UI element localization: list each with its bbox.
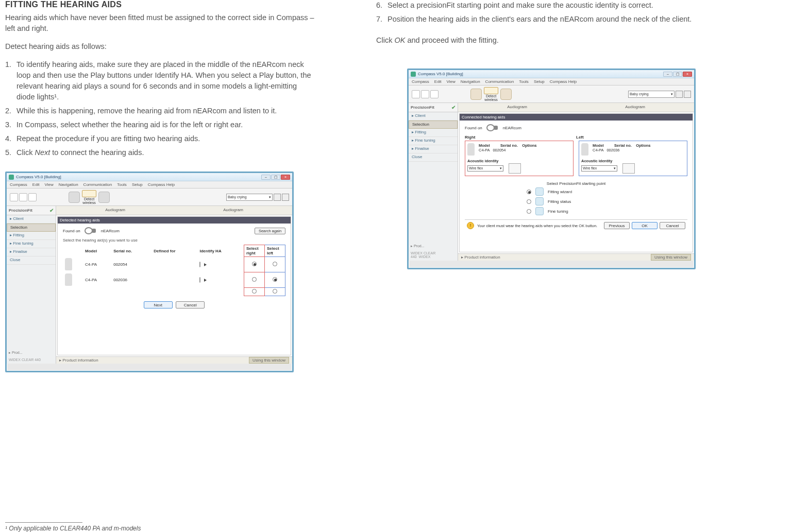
- sidebar-item-finetuning[interactable]: ▸ Fine tuning: [409, 137, 458, 145]
- menu-communication[interactable]: Communication: [485, 79, 514, 84]
- sidebar-item-client[interactable]: ▸ Client: [409, 112, 458, 121]
- play-button[interactable]: [199, 262, 200, 267]
- sidebar-item-finalise[interactable]: ▸ Finalise: [409, 145, 458, 153]
- cancel-button[interactable]: Cancel: [660, 222, 685, 229]
- menu-navigation[interactable]: Navigation: [461, 79, 480, 84]
- col-identify: Identify HA: [197, 245, 244, 257]
- radio-fitting-status[interactable]: [527, 199, 531, 204]
- close-button[interactable]: ×: [281, 175, 290, 180]
- toolbar-btn-1[interactable]: [412, 90, 420, 98]
- detect-button[interactable]: [82, 190, 96, 197]
- hearing-aid-table: Model Serial no. Defined for Identify HA…: [63, 245, 285, 296]
- cancel-button[interactable]: Cancel: [176, 301, 205, 308]
- sidebar-item-finalise[interactable]: ▸ Finalise: [7, 248, 56, 256]
- screenshot-detected-hearing-aids: Compass V5.0 [Building] – ▢ × Compass Ed…: [5, 171, 294, 372]
- sidebar-2: PrecisionFit✔ ▸ Client Selection ▸ Fitti…: [409, 103, 458, 261]
- ok-button[interactable]: OK: [632, 222, 658, 229]
- sidebar-item-fitting[interactable]: ▸ Fitting: [7, 232, 56, 240]
- audiogram-header: AudiogramAudiogram: [56, 206, 292, 215]
- menu-navigation[interactable]: Navigation: [59, 182, 78, 187]
- play-button[interactable]: [199, 277, 200, 283]
- toolbar-btn-3[interactable]: [430, 90, 439, 98]
- connected-panel: Connected hearing aids Found on nEARcom …: [459, 113, 693, 252]
- sidebar-item-finetuning[interactable]: ▸ Fine tuning: [7, 240, 56, 248]
- step-7: Position the hearing aids in the client'…: [376, 14, 737, 25]
- previous-button[interactable]: Previous: [604, 222, 630, 229]
- ear-icon-left-disabled: [69, 192, 80, 203]
- nearcom-label: nEARcom: [101, 229, 120, 233]
- maximize-button[interactable]: ▢: [673, 72, 682, 77]
- hearing-aid-icon: [65, 273, 72, 286]
- status-icon: [535, 197, 544, 205]
- step-6: Select a precisionFit starting point and…: [376, 0, 737, 11]
- menu-edit[interactable]: Edit: [32, 182, 40, 187]
- menu-tools[interactable]: Tools: [519, 79, 529, 84]
- svg-point-0: [85, 228, 92, 234]
- radio-left-none[interactable]: [273, 289, 277, 294]
- radio-fine-tuning[interactable]: [527, 209, 531, 214]
- prod-expander[interactable]: ▸ Prod...: [7, 350, 56, 356]
- using-window-button[interactable]: Using this window: [651, 254, 691, 261]
- radio-right-none[interactable]: [252, 289, 257, 294]
- close-button[interactable]: ×: [683, 72, 692, 77]
- sound-play-button[interactable]: [676, 91, 683, 98]
- radio-fitting-wizard[interactable]: [527, 190, 531, 194]
- menu-help[interactable]: Compass Help: [148, 182, 175, 187]
- product-info-expander[interactable]: ▸ Product information: [59, 358, 98, 363]
- menu-compass[interactable]: Compass: [412, 79, 429, 84]
- toolbar-2: Detect wireless Baby crying▾: [409, 85, 694, 103]
- next-button[interactable]: Next: [144, 301, 173, 308]
- sidebar-item-selection[interactable]: Selection: [409, 121, 458, 129]
- minimize-button[interactable]: –: [261, 175, 271, 180]
- sound-stop-button[interactable]: [684, 91, 691, 98]
- starting-point-label: Select PrecisionFit starting point: [465, 181, 687, 186]
- app-icon: [411, 72, 416, 77]
- sidebar-item-fitting[interactable]: ▸ Fitting: [409, 129, 458, 137]
- menu-help[interactable]: Compass Help: [550, 79, 577, 84]
- check-icon: ✔: [49, 208, 54, 213]
- acoustic-identity-combo-right[interactable]: Wire flex▾: [467, 165, 503, 171]
- sound-stop-button[interactable]: [282, 194, 289, 201]
- menu-setup[interactable]: Setup: [534, 79, 545, 84]
- radio-left-row2[interactable]: [273, 277, 277, 282]
- radio-left-row1[interactable]: [273, 262, 277, 266]
- radio-right-row2[interactable]: [252, 277, 257, 282]
- acoustic-identity-combo-left[interactable]: Wire flex▾: [581, 165, 617, 171]
- detect-button[interactable]: [484, 87, 498, 94]
- menu-tools[interactable]: Tools: [117, 182, 127, 187]
- toolbar-btn-3[interactable]: [28, 193, 37, 201]
- menu-setup[interactable]: Setup: [132, 182, 143, 187]
- menu-edit[interactable]: Edit: [434, 79, 442, 84]
- sidebar-item-close[interactable]: Close: [409, 153, 458, 162]
- col-model: Model: [83, 245, 111, 257]
- steps-list-left: To identify hearing aids, make sure they…: [5, 59, 314, 161]
- toolbar-btn-1[interactable]: [10, 193, 18, 201]
- sidebar-item-close[interactable]: Close: [7, 256, 56, 265]
- maximize-button[interactable]: ▢: [271, 175, 280, 180]
- sidebar-item-selection[interactable]: Selection: [7, 224, 56, 232]
- menu-view[interactable]: View: [447, 79, 456, 84]
- toolbar-btn-2[interactable]: [421, 90, 429, 98]
- screenshot-connected-hearing-aids: Compass V5.0 [Building] – ▢ × Compass Ed…: [407, 68, 696, 269]
- acoustic-identity-label: Acoustic identity: [467, 159, 571, 163]
- prod-expander[interactable]: ▸ Prod...: [409, 243, 458, 249]
- minimize-button[interactable]: –: [663, 72, 672, 77]
- sound-combo[interactable]: Baby crying▾: [226, 194, 273, 201]
- using-window-button[interactable]: Using this window: [249, 357, 289, 364]
- menu-view[interactable]: View: [45, 182, 54, 187]
- sound-play-button[interactable]: [274, 194, 281, 201]
- right-label: Right: [465, 135, 576, 140]
- sound-combo[interactable]: Baby crying▾: [628, 91, 675, 98]
- product-info-expander[interactable]: ▸ Product information: [461, 255, 500, 260]
- warning-icon: !: [467, 222, 474, 229]
- search-again-button[interactable]: Search again: [255, 228, 285, 234]
- nearcom-icon: [486, 124, 499, 132]
- toolbar-btn-2[interactable]: [19, 193, 27, 201]
- finetune-icon: [535, 207, 544, 215]
- footnote-rule: [5, 522, 82, 523]
- menu-compass[interactable]: Compass: [10, 182, 27, 187]
- sidebar-item-client[interactable]: ▸ Client: [7, 215, 56, 224]
- radio-right-row1[interactable]: [252, 262, 257, 266]
- footnote: ¹ Only applicable to CLEAR440 PA and m-m…: [5, 525, 314, 532]
- menu-communication[interactable]: Communication: [83, 182, 112, 187]
